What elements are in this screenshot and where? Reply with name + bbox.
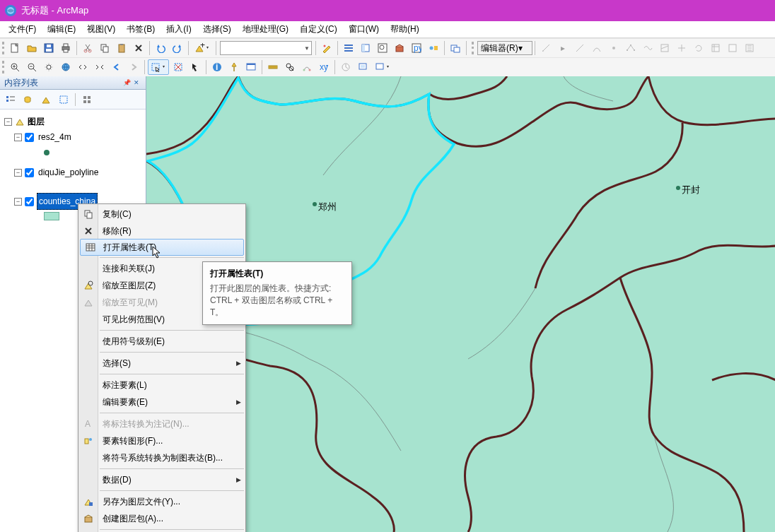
layer-visibility-checkbox[interactable] xyxy=(25,197,34,206)
pan-button[interactable] xyxy=(41,59,57,75)
redo-button[interactable] xyxy=(170,40,185,56)
arc-toolbox-button[interactable] xyxy=(392,40,407,56)
full-extent-button[interactable] xyxy=(58,59,74,75)
grip-icon[interactable] xyxy=(472,42,474,54)
find-route-button[interactable] xyxy=(299,59,315,75)
collapse-icon[interactable]: − xyxy=(14,198,22,206)
ctx-item[interactable]: 创建图层包(A)... xyxy=(78,510,245,527)
select-features-button[interactable] xyxy=(148,59,169,75)
menu-geoproc[interactable]: 地理处理(G) xyxy=(237,21,294,37)
pin-icon[interactable]: 📌 xyxy=(122,78,132,88)
menu-window[interactable]: 窗口(W) xyxy=(343,21,385,37)
layer-name[interactable]: res2_4m xyxy=(37,129,73,145)
close-icon[interactable]: ✕ xyxy=(132,78,141,88)
layer-visibility-checkbox[interactable] xyxy=(25,133,34,142)
cursor-icon xyxy=(152,246,163,260)
menu-bookmark[interactable]: 书签(B) xyxy=(121,21,161,37)
html-popup-button[interactable] xyxy=(243,59,259,75)
toc-button[interactable] xyxy=(341,40,356,56)
fixed-zoom-out-button[interactable] xyxy=(92,59,107,75)
ctx-item-label: 缩放至可见(M) xyxy=(103,297,158,309)
goto-xy-button[interactable]: xy xyxy=(316,59,332,75)
ctx-item[interactable]: 使用符号级别(E) xyxy=(78,333,245,350)
editor-dropdown[interactable]: 编辑器(R)▾ xyxy=(477,41,532,55)
ctx-item[interactable]: 编辑要素(E)▶ xyxy=(78,394,245,410)
zoom-out-button[interactable] xyxy=(24,59,40,75)
list-by-selection-button[interactable] xyxy=(56,92,71,107)
menu-insert[interactable]: 插入(I) xyxy=(161,21,197,37)
svg-rect-60 xyxy=(6,100,8,102)
separator xyxy=(315,41,316,55)
layer-row[interactable]: − res2_4m xyxy=(4,129,144,145)
open-button[interactable] xyxy=(24,40,40,56)
python-window-button[interactable]: py xyxy=(409,40,424,56)
prev-extent-button[interactable] xyxy=(109,59,124,75)
toc-panel-header[interactable]: 内容列表 📌 ✕ xyxy=(0,76,146,90)
zoom-in-button[interactable] xyxy=(7,59,23,75)
reshape-tool xyxy=(640,40,655,56)
fixed-zoom-in-button[interactable] xyxy=(75,59,91,75)
cut-button[interactable] xyxy=(80,40,95,56)
ctx-item[interactable]: 选择(S)▶ xyxy=(78,355,245,372)
ctx-item[interactable]: 要素转图形(F)... xyxy=(78,432,245,449)
menu-customize[interactable]: 自定义(C) xyxy=(294,21,343,37)
scale-combo[interactable]: ▼ xyxy=(220,41,312,55)
clear-selection-button[interactable] xyxy=(170,59,186,75)
menu-help[interactable]: 帮助(H) xyxy=(385,21,425,37)
dataframe-icon xyxy=(15,117,25,126)
identify-button[interactable]: i xyxy=(209,59,225,75)
collapse-icon[interactable]: − xyxy=(14,169,22,177)
add-data-button[interactable]: + xyxy=(192,40,213,56)
list-by-drawing-order-button[interactable] xyxy=(3,92,18,107)
collapse-icon[interactable]: − xyxy=(14,134,22,141)
menu-file[interactable]: 文件(F) xyxy=(3,21,42,37)
list-by-visibility-button[interactable] xyxy=(38,92,54,107)
separator xyxy=(206,60,206,74)
layer-row[interactable]: − diquJie_polyline xyxy=(4,165,144,180)
copy-button[interactable] xyxy=(97,40,112,56)
measure-button[interactable] xyxy=(265,59,281,75)
svg-rect-19 xyxy=(344,50,353,52)
svg-rect-64 xyxy=(83,100,86,103)
undo-button[interactable] xyxy=(153,40,168,56)
select-elements-button[interactable] xyxy=(187,59,203,75)
hyperlink-button[interactable] xyxy=(226,59,242,75)
grip-icon[interactable] xyxy=(2,61,5,73)
ctx-item-label: 数据(D) xyxy=(103,474,132,486)
ctx-item[interactable]: 标注要素(L) xyxy=(78,377,245,394)
menu-select[interactable]: 选择(S) xyxy=(197,21,237,37)
editor-toolbar-button[interactable] xyxy=(319,40,334,56)
menu-view[interactable]: 视图(V) xyxy=(81,21,121,37)
ctx-item[interactable]: 数据(D)▶ xyxy=(78,471,245,488)
menu-edit[interactable]: 编辑(E) xyxy=(42,21,81,37)
ctx-item-label: 将标注转换为注记(N)... xyxy=(103,418,190,430)
results-window-button[interactable] xyxy=(448,40,463,56)
next-extent-button[interactable] xyxy=(126,59,141,75)
layer-name[interactable]: diquJie_polyline xyxy=(37,165,100,180)
list-by-source-button[interactable] xyxy=(21,92,36,107)
new-doc-button[interactable] xyxy=(7,40,23,56)
catalog-button[interactable] xyxy=(358,40,373,56)
ctx-item[interactable]: 复制(C) xyxy=(78,206,245,223)
layer-visibility-checkbox[interactable] xyxy=(25,168,34,177)
options-button[interactable] xyxy=(79,92,95,107)
time-slider-button[interactable] xyxy=(338,59,354,75)
print-button[interactable] xyxy=(58,40,74,56)
collapse-icon[interactable]: − xyxy=(4,118,12,126)
ctx-item[interactable]: 另存为图层文件(Y)... xyxy=(78,493,245,510)
paste-button[interactable] xyxy=(114,40,129,56)
delete-button[interactable] xyxy=(131,40,146,56)
viewer-dropdown[interactable] xyxy=(372,59,393,75)
ctx-item[interactable]: 移除(R) xyxy=(78,223,245,240)
svg-rect-65 xyxy=(88,100,91,103)
ctx-item[interactable]: 将符号系统转换为制图表达(B)... xyxy=(78,449,245,466)
svg-rect-36 xyxy=(712,45,719,52)
tree-root[interactable]: − 图层 xyxy=(4,114,144,129)
find-button[interactable] xyxy=(282,59,298,75)
create-viewer-button[interactable] xyxy=(355,59,371,75)
model-builder-button[interactable] xyxy=(426,40,441,56)
save-button[interactable] xyxy=(41,40,57,56)
search-window-button[interactable] xyxy=(375,40,390,56)
grip-icon[interactable] xyxy=(2,42,5,54)
layer-symbol[interactable] xyxy=(4,145,144,160)
